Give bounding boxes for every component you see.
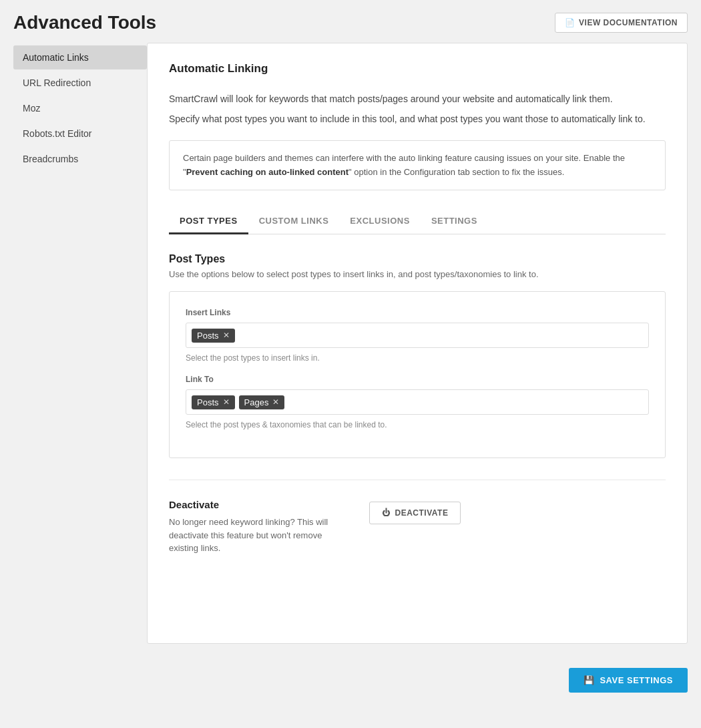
sidebar-item-moz[interactable]: Moz xyxy=(13,96,147,120)
deactivate-button-label: DEACTIVATE xyxy=(395,508,449,518)
insert-links-tag-posts: Posts ✕ xyxy=(192,329,235,343)
sidebar-item-url-redirection[interactable]: URL Redirection xyxy=(13,71,147,95)
description-1: SmartCrawl will look for keywords that m… xyxy=(169,92,666,106)
post-types-title: Post Types xyxy=(169,253,666,265)
save-icon: 💾 xyxy=(583,675,595,685)
post-types-card: Insert Links Posts ✕ Select the post typ… xyxy=(169,291,666,458)
notice-text-after: " option in the Configuration tab sectio… xyxy=(348,167,564,177)
tag-label: Posts xyxy=(197,331,219,341)
post-types-desc: Use the options below to select post typ… xyxy=(169,269,666,279)
tab-post-types[interactable]: POST TYPES xyxy=(169,209,248,234)
tag-label: Posts xyxy=(197,397,219,407)
link-to-tag-pages: Pages ✕ xyxy=(239,395,285,409)
page-title: Advanced Tools xyxy=(13,12,156,33)
footer-bar: 💾 SAVE SETTINGS xyxy=(0,657,701,703)
docs-icon: 📄 xyxy=(565,18,575,27)
sidebar-item-breadcrumbs[interactable]: Breadcrumbs xyxy=(13,147,147,171)
description-2: Specify what post types you want to incl… xyxy=(169,112,666,126)
sidebar-item-robots-txt-editor[interactable]: Robots.txt Editor xyxy=(13,122,147,146)
link-to-tag-posts-remove[interactable]: ✕ xyxy=(223,398,230,406)
tag-label: Pages xyxy=(244,397,269,407)
post-types-section: Post Types Use the options below to sele… xyxy=(169,253,666,458)
insert-links-tag-posts-remove[interactable]: ✕ xyxy=(223,331,230,339)
deactivate-section: Deactivate No longer need keyword linkin… xyxy=(169,499,666,555)
view-docs-button[interactable]: 📄 VIEW DOCUMENTATION xyxy=(555,13,688,33)
sidebar: Automatic Links URL Redirection Moz Robo… xyxy=(13,43,147,644)
deactivate-button[interactable]: ⏻ DEACTIVATE xyxy=(369,502,461,524)
insert-links-hint: Select the post types to insert links in… xyxy=(186,353,649,363)
save-settings-button[interactable]: 💾 SAVE SETTINGS xyxy=(569,668,688,693)
save-label: SAVE SETTINGS xyxy=(600,675,673,685)
tabs-bar: POST TYPES CUSTOM LINKS EXCLUSIONS SETTI… xyxy=(169,209,666,234)
link-to-label: Link To xyxy=(186,375,649,384)
deactivate-description: No longer need keyword linking? This wil… xyxy=(169,516,329,555)
deactivate-info: Deactivate No longer need keyword linkin… xyxy=(169,499,329,555)
insert-links-input[interactable]: Posts ✕ xyxy=(186,323,649,348)
insert-links-label: Insert Links xyxy=(186,308,649,317)
page-header: Advanced Tools 📄 VIEW DOCUMENTATION xyxy=(0,0,701,43)
link-to-tag-posts: Posts ✕ xyxy=(192,395,235,409)
main-layout: Automatic Links URL Redirection Moz Robo… xyxy=(0,43,701,657)
link-to-input[interactable]: Posts ✕ Pages ✕ xyxy=(186,389,649,415)
link-to-hint: Select the post types & taxonomies that … xyxy=(186,420,649,429)
tab-settings[interactable]: SETTINGS xyxy=(421,209,488,234)
section-title: Automatic Linking xyxy=(169,62,666,75)
view-docs-label: VIEW DOCUMENTATION xyxy=(579,18,678,27)
tab-custom-links[interactable]: CUSTOM LINKS xyxy=(248,209,340,234)
link-to-tag-pages-remove[interactable]: ✕ xyxy=(272,398,279,406)
section-divider xyxy=(169,480,666,480)
deactivate-title: Deactivate xyxy=(169,499,329,510)
tab-exclusions[interactable]: EXCLUSIONS xyxy=(339,209,421,234)
notice-box: Certain page builders and themes can int… xyxy=(169,140,666,191)
notice-bold-text: Prevent caching on auto-linked content xyxy=(186,167,348,177)
main-content: Automatic Linking SmartCrawl will look f… xyxy=(147,43,688,644)
sidebar-item-automatic-links[interactable]: Automatic Links xyxy=(13,45,147,69)
deactivate-icon: ⏻ xyxy=(382,508,391,518)
